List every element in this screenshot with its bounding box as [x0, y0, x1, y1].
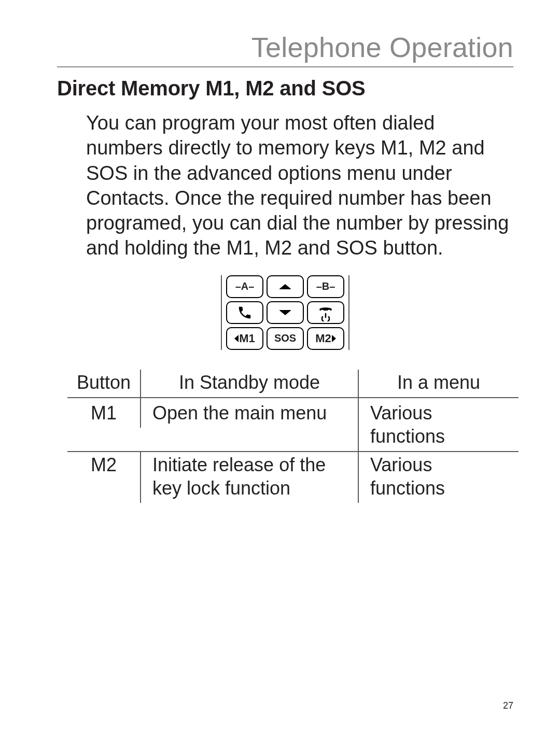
th-menu: In a menu [358, 370, 519, 397]
end-power-key [307, 301, 344, 324]
td-standby: Open the main menu [140, 398, 358, 428]
nav-up-key [267, 275, 304, 298]
keypad-grid: –A– –B– [221, 275, 349, 350]
td-menu: Various functions [358, 452, 519, 503]
m2-key: M2 [307, 327, 344, 350]
key-b-label: B [322, 280, 329, 292]
section-heading: Direct Memory M1, M2 and SOS [57, 77, 513, 100]
nav-down-key [267, 301, 304, 324]
soft-key-b: –B– [307, 275, 344, 298]
table-row: M2 Initiate release of the key lock func… [67, 452, 519, 503]
sos-label: SOS [274, 332, 296, 344]
th-button: Button [67, 370, 140, 397]
m1-key: M1 [226, 327, 263, 350]
down-arrow-icon [279, 310, 291, 315]
td-standby: Initiate release of the key lock functio… [140, 452, 358, 503]
td-button: M1 [67, 398, 140, 428]
sos-key: SOS [267, 327, 304, 350]
chapter-title: Telephone Operation [57, 31, 513, 63]
manual-page: Telephone Operation Direct Memory M1, M2… [0, 0, 560, 732]
table-row: M1 Open the main menu Various functions [67, 398, 519, 452]
soft-key-a: –A– [226, 275, 263, 298]
td-menu: Various functions [358, 398, 519, 451]
td-button: M2 [67, 452, 140, 480]
end-power-icon [317, 304, 334, 321]
up-arrow-icon [279, 284, 291, 289]
th-standby: In Standby mode [140, 370, 358, 397]
call-key [226, 301, 263, 324]
keypad-diagram: –A– –B– [57, 275, 513, 350]
m1-label: M1 [239, 332, 255, 345]
page-number: 27 [503, 700, 513, 711]
key-a-label: A [241, 280, 248, 292]
table-header-row: Button In Standby mode In a menu [67, 370, 519, 398]
body-paragraph: You can program your most often dialed n… [86, 110, 511, 261]
button-function-table: Button In Standby mode In a menu M1 Open… [67, 370, 519, 503]
header-rule [57, 66, 513, 67]
left-arrow-icon [234, 335, 239, 342]
m2-label: M2 [315, 332, 331, 345]
right-arrow-icon [332, 335, 336, 342]
handset-icon [237, 305, 253, 320]
